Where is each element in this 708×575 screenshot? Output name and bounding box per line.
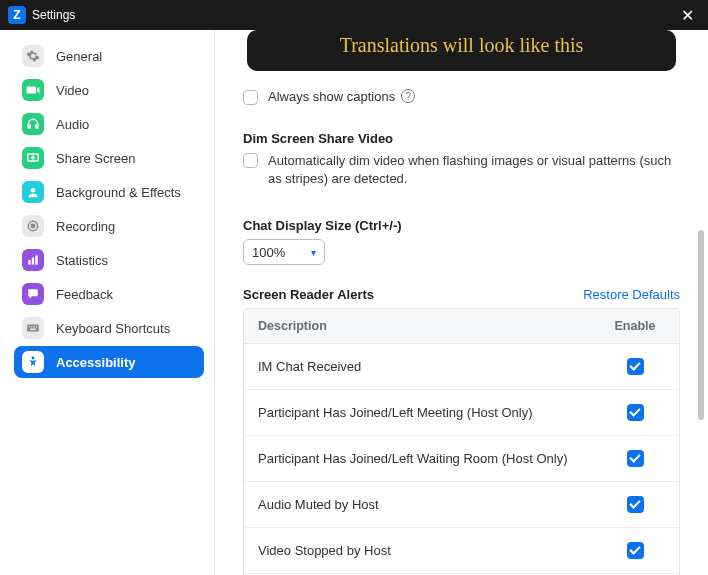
svg-rect-12 [30,329,36,330]
col-enable: Enable [605,319,665,333]
content-scroll[interactable]: Translations will look like this Always … [215,30,708,575]
restore-defaults-link[interactable]: Restore Defaults [583,287,680,302]
table-row: Video Stopped by Host [244,528,679,574]
sidebar-item-label: Keyboard Shortcuts [56,321,170,336]
chart-icon [22,249,44,271]
sidebar-item-label: Video [56,83,89,98]
user-icon [22,181,44,203]
svg-rect-8 [29,326,30,327]
alert-enable-checkbox[interactable] [627,404,644,421]
chevron-down-icon: ▾ [311,247,316,258]
chat-size-select[interactable]: 100% ▾ [243,239,325,265]
dim-checkbox[interactable] [243,153,258,168]
svg-rect-10 [34,326,35,327]
svg-rect-7 [27,325,39,332]
sidebar-item-label: Share Screen [56,151,136,166]
titlebar: Z Settings ✕ [0,0,708,30]
sidebar-item-label: Recording [56,219,115,234]
sidebar-item-share-screen[interactable]: Share Screen [14,142,204,174]
sidebar-item-label: Background & Effects [56,185,181,200]
svg-rect-5 [32,258,34,265]
alert-desc: Video Stopped by Host [258,543,605,558]
alert-enable-checkbox[interactable] [627,542,644,559]
always-show-captions-row: Always show captions ? [243,89,680,105]
table-row: IM Chat Received [244,344,679,390]
svg-point-3 [31,224,35,228]
sidebar-item-label: General [56,49,102,64]
scrollbar-thumb[interactable] [698,230,704,420]
svg-rect-4 [28,260,30,265]
record-icon [22,215,44,237]
sidebar-item-label: Accessibility [56,355,136,370]
sidebar-item-feedback[interactable]: Feedback [14,278,204,310]
always-show-captions-label: Always show captions [268,89,395,104]
video-icon [22,79,44,101]
svg-rect-9 [31,326,32,327]
svg-rect-6 [35,255,37,264]
sidebar: General Video Audio Share Screen Backgro [0,30,215,575]
table-header: Description Enable [244,309,679,344]
chat-size-title: Chat Display Size (Ctrl+/-) [243,218,680,233]
alerts-title: Screen Reader Alerts [243,287,583,302]
window-title: Settings [32,8,675,22]
caption-preview: Translations will look like this [247,30,676,71]
sidebar-item-label: Audio [56,117,89,132]
alert-desc: Audio Muted by Host [258,497,605,512]
table-row: Participant Has Joined/Left Waiting Room… [244,436,679,482]
sidebar-item-recording[interactable]: Recording [14,210,204,242]
chat-icon [22,283,44,305]
alert-desc: IM Chat Received [258,359,605,374]
alert-desc: Participant Has Joined/Left Waiting Room… [258,451,605,466]
sidebar-item-label: Statistics [56,253,108,268]
sidebar-item-statistics[interactable]: Statistics [14,244,204,276]
close-button[interactable]: ✕ [675,6,700,25]
content-pane: Translations will look like this Always … [215,30,708,575]
app-icon: Z [8,6,26,24]
keyboard-icon [22,317,44,339]
headphones-icon [22,113,44,135]
sidebar-item-general[interactable]: General [14,40,204,72]
accessibility-icon [22,351,44,373]
alerts-header: Screen Reader Alerts Restore Defaults [243,287,680,302]
alert-enable-checkbox[interactable] [627,358,644,375]
alert-enable-checkbox[interactable] [627,496,644,513]
dim-title: Dim Screen Share Video [243,131,680,146]
dim-description: Automatically dim video when flashing im… [268,152,680,188]
alerts-table: Description Enable IM Chat Received Part… [243,308,680,575]
sidebar-item-audio[interactable]: Audio [14,108,204,140]
alert-desc: Participant Has Joined/Left Meeting (Hos… [258,405,605,420]
svg-rect-11 [36,326,37,327]
svg-point-1 [31,188,36,193]
col-description: Description [258,319,605,333]
sidebar-item-label: Feedback [56,287,113,302]
gear-icon [22,45,44,67]
table-row: Participant Has Joined/Left Meeting (Hos… [244,390,679,436]
sidebar-item-video[interactable]: Video [14,74,204,106]
table-row: Audio Muted by Host [244,482,679,528]
always-show-captions-checkbox[interactable] [243,90,258,105]
dim-row: Automatically dim video when flashing im… [243,152,680,188]
chat-size-value: 100% [252,245,285,260]
help-icon[interactable]: ? [401,89,415,103]
window-body: General Video Audio Share Screen Backgro [0,30,708,575]
alert-enable-checkbox[interactable] [627,450,644,467]
sidebar-item-accessibility[interactable]: Accessibility [14,346,204,378]
sidebar-item-background[interactable]: Background & Effects [14,176,204,208]
share-screen-icon [22,147,44,169]
sidebar-item-keyboard[interactable]: Keyboard Shortcuts [14,312,204,344]
svg-point-13 [32,356,35,359]
